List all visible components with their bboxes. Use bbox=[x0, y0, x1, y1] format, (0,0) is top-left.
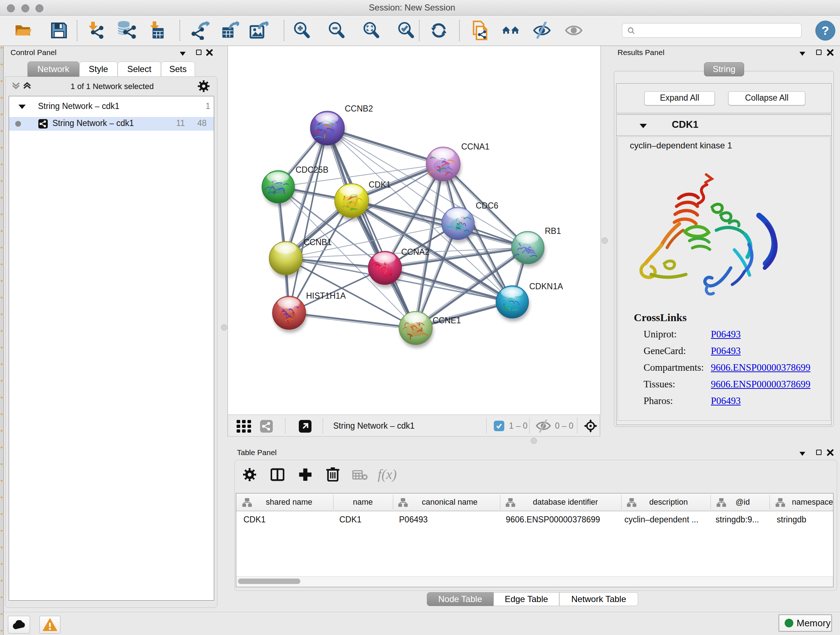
svg-text:CDC6: CDC6 bbox=[476, 201, 499, 211]
svg-text:CDC25B: CDC25B bbox=[295, 165, 328, 174]
svg-text:CDKN1A: CDKN1A bbox=[529, 282, 563, 291]
svg-text:CCNB2: CCNB2 bbox=[345, 104, 373, 113]
svg-text:CDK1: CDK1 bbox=[369, 180, 391, 189]
svg-text:HIST1H1A: HIST1H1A bbox=[306, 291, 346, 301]
svg-text:CCNB1: CCNB1 bbox=[303, 238, 332, 247]
svg-text:CCNA1: CCNA1 bbox=[461, 142, 489, 151]
svg-text:CCNA2: CCNA2 bbox=[401, 247, 429, 257]
svg-text:RB1: RB1 bbox=[545, 226, 561, 236]
svg-text:CCNE1: CCNE1 bbox=[433, 316, 461, 325]
